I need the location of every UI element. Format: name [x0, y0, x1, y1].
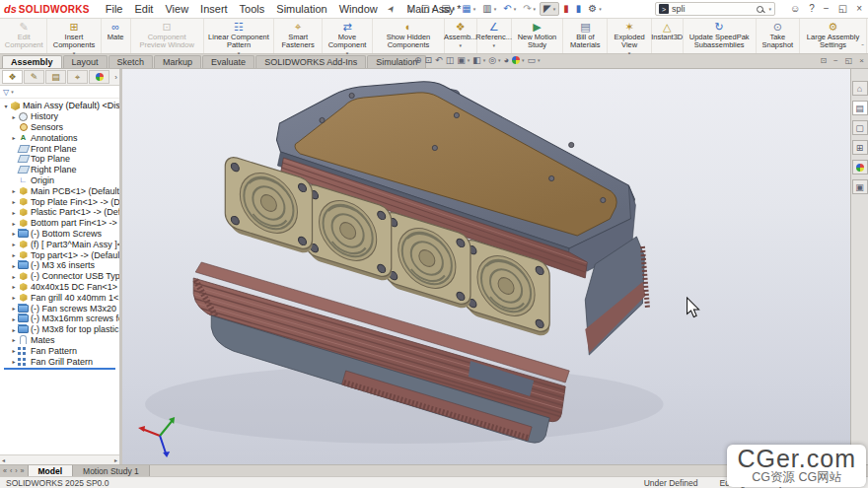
restore-button[interactable]: ◱ [838, 4, 847, 14]
tree-item-connector-usb-ty[interactable]: ▸(-) Connector USB Type C<1> (D [2, 271, 119, 282]
menu-view[interactable]: View [159, 3, 194, 15]
tree-item-f-part3-main-ass[interactable]: ▸(f) [ Part3^Main Assy ]<1> (Defa [2, 239, 119, 249]
print-button[interactable]: ▥▾ [479, 3, 499, 15]
expand-arrow[interactable]: ▸ [10, 315, 18, 322]
tree-item-fan-grill-40-x40mm-1[interactable]: ▸Fan grill 40 x40mm 1<1> (Defaul [2, 292, 119, 303]
expand-arrow[interactable]: ▸ [10, 134, 18, 141]
undo-button[interactable]: ↶▾ [500, 3, 519, 15]
rollback-bar[interactable] [4, 368, 115, 370]
update-speedpak-subassemblies-button[interactable]: ↻Update SpeedPak Subassemblies [684, 19, 757, 53]
expand-arrow[interactable]: ▸ [10, 305, 18, 312]
menu-tools[interactable]: Tools [234, 3, 271, 15]
tree-item-plastic-part-1[interactable]: ▸Plastic Part<1> -> (Default) <<D [2, 207, 119, 218]
previous-view-button[interactable]: ↶ [435, 55, 443, 65]
new-motion-study-button[interactable]: ▶New Motion Study [512, 19, 563, 53]
expand-arrow[interactable]: ▸ [10, 262, 18, 269]
dropdown-caret[interactable]: ▾ [553, 6, 556, 12]
assemb-button[interactable]: ❖Assemb...▾ [445, 19, 477, 53]
view-palette-button[interactable]: ⊞ [852, 140, 868, 155]
dropdown-caret[interactable]: ▾ [494, 6, 497, 12]
pin-menu-icon[interactable]: ➤ [385, 3, 398, 15]
dropdown-caret[interactable]: ▾ [514, 6, 517, 12]
menu-window[interactable]: Window [333, 3, 384, 15]
tree-item-fan-screws-m3x20[interactable]: ▸(-) Fan screws M3x20 [2, 303, 119, 314]
graphics-viewport[interactable] [122, 69, 850, 464]
redo-button[interactable]: ↷▾ [520, 3, 539, 15]
scroll-right-icon[interactable]: ▸ [114, 456, 117, 463]
menu-file[interactable]: File [100, 3, 129, 15]
tab-nav-3[interactable]: » [21, 467, 25, 474]
tree-item-m3-x6-inserts[interactable]: ▸(-) M3 x6 inserts [2, 260, 119, 271]
hide-show-items-button[interactable]: ◎▾ [488, 55, 500, 65]
dropdown-caret[interactable]: ▾ [498, 57, 501, 63]
tree-item-origin[interactable]: ∟Origin [2, 175, 119, 186]
menu-insert[interactable]: Insert [194, 3, 234, 15]
tree-item-m3x8-for-top-pla[interactable]: ▸(-) M3x8 for top plastic part [2, 324, 119, 335]
panel-expand-icon[interactable]: › [114, 73, 117, 82]
tree-item-mates[interactable]: ▸Mates [2, 335, 119, 346]
tree-item-40x40x15-dc-fan-1[interactable]: ▸40x40x15 DC Fan<1> (Default) < [2, 282, 119, 293]
expand-arrow[interactable]: ▸ [10, 283, 18, 290]
search-magnifier-icon[interactable] [757, 6, 763, 13]
ribbon-collapse-button[interactable]: ˆ [861, 42, 864, 51]
tree-item-fan-pattern[interactable]: ▸Fan Pattern [2, 345, 119, 356]
custom-properties-button[interactable]: ▣ [852, 179, 868, 194]
tree-item-sensors[interactable]: Sensors [2, 122, 119, 133]
dropdown-caret[interactable]: ▾ [538, 57, 541, 63]
tree-item-history[interactable]: ▸History [2, 111, 119, 122]
expand-arrow[interactable]: ▸ [10, 336, 18, 343]
move-component-button[interactable]: ⇄Move Component▾ [323, 19, 373, 53]
tab-nav-2[interactable]: › [15, 467, 17, 474]
dropdown-caret[interactable]: ▾ [473, 6, 476, 12]
expand-arrow[interactable]: ▸ [10, 358, 18, 365]
mate-button[interactable]: ∞Mate [102, 19, 131, 53]
expand-arrow[interactable]: ▸ [10, 347, 18, 354]
command-search[interactable]: > ▾ [655, 2, 775, 16]
dropdown-caret[interactable]: ▾ [492, 42, 495, 48]
minimize-button[interactable]: − [824, 4, 830, 14]
viewport-canvas[interactable] [122, 69, 850, 464]
tab-sketch[interactable]: Sketch [108, 55, 154, 68]
design-library-button[interactable]: ▤ [852, 101, 868, 115]
expand-arrow[interactable]: ▸ [10, 187, 18, 194]
expand-arrow[interactable]: ▸ [10, 241, 18, 247]
view-orientation-button[interactable]: ▣▾ [457, 55, 470, 65]
dropdown-caret[interactable]: ▾ [468, 57, 470, 63]
exploded-view-button[interactable]: ✶Exploded View▾ [608, 19, 651, 53]
assembly-model[interactable] [145, 82, 663, 444]
tab-solidworks-add-ins[interactable]: SOLIDWORKS Add-Ins [255, 55, 366, 68]
file-properties-button[interactable]: ▮ [573, 3, 585, 15]
xpress-products-button[interactable]: ▮ [560, 3, 572, 15]
instant3d-button[interactable]: △Instant3D [652, 19, 684, 53]
help-button[interactable]: ? [809, 4, 815, 14]
save-button[interactable]: ▦▾ [459, 3, 478, 15]
configurationmanager-tab[interactable]: ▤ [45, 70, 66, 84]
dimxpertmanager-tab[interactable]: ⌖ [67, 70, 88, 84]
zoom-to-fit-button[interactable]: ⊕ [414, 55, 422, 65]
doc-close-icon[interactable]: × [859, 56, 864, 65]
tab-layout[interactable]: Layout [63, 55, 108, 68]
display-style-button[interactable]: ◧▾ [472, 55, 485, 65]
options-button[interactable]: ⚙▾ [585, 3, 604, 15]
expand-arrow[interactable]: ▸ [10, 220, 18, 227]
tab-motion-study-1[interactable]: Motion Study 1 [73, 465, 150, 476]
tree-item-right-plane[interactable]: Right Plane [2, 165, 119, 175]
tree-item-bottom-part-fin-1[interactable]: ▸Bottom part Fin<1> -> (Default) [2, 218, 119, 229]
tab-nav-1[interactable]: ‹ [10, 467, 12, 474]
tree-item-fan-grill-patern[interactable]: ▸Fan Grill Patern [2, 356, 119, 367]
tree-item-m3x16mm-screws-f[interactable]: ▸(-) M3x16mm screws for PCB [2, 314, 119, 324]
tree-horizontal-scrollbar[interactable]: ◂ ▸ [0, 454, 119, 464]
tree-item-bottom-screws[interactable]: ▸(-) Bottom Screws [2, 229, 119, 240]
dropdown-caret[interactable]: ▾ [599, 6, 602, 12]
user-account-button[interactable]: ☺ [790, 4, 800, 14]
apply-scene-button[interactable]: ▾ [512, 56, 525, 64]
expand-arrow[interactable]: ▾ [2, 103, 10, 109]
edit-appearance-button[interactable]: ◕ [504, 55, 509, 65]
displaymanager-tab[interactable] [89, 70, 109, 84]
expand-arrow[interactable]: ▸ [10, 326, 18, 333]
select-button[interactable]: ◤▾ [540, 2, 559, 16]
doc-restore-icon[interactable]: ◱ [845, 56, 853, 65]
expand-arrow[interactable]: ▸ [10, 198, 18, 205]
menu-simulation[interactable]: Simulation [270, 3, 332, 15]
expand-arrow[interactable]: ▸ [10, 113, 18, 120]
